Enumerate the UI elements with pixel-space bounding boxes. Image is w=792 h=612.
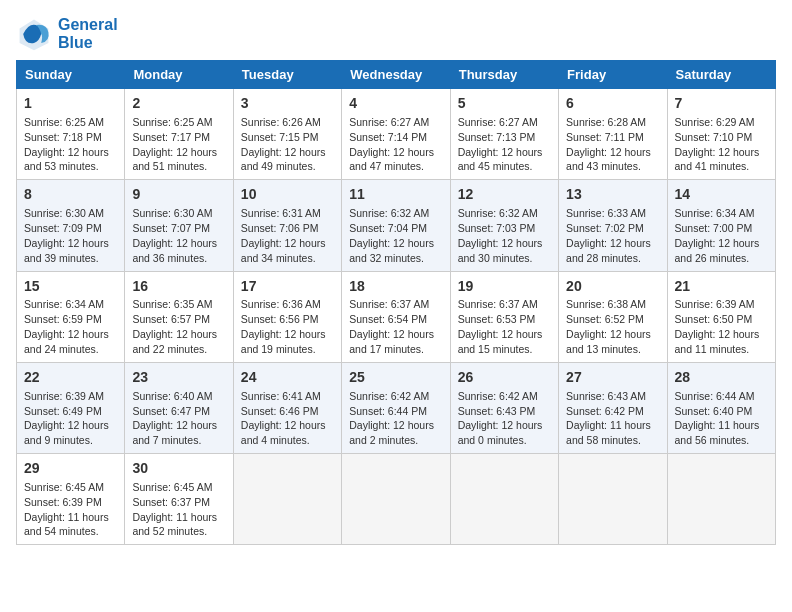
table-row: 5 Sunrise: 6:27 AMSunset: 7:13 PMDayligh…: [450, 89, 558, 180]
day-number: 7: [675, 94, 768, 113]
table-row: 23 Sunrise: 6:40 AMSunset: 6:47 PMDaylig…: [125, 362, 233, 453]
day-info-text: Sunrise: 6:44 AMSunset: 6:40 PMDaylight:…: [675, 390, 760, 447]
table-row: 29 Sunrise: 6:45 AMSunset: 6:39 PMDaylig…: [17, 454, 125, 545]
day-info-text: Sunrise: 6:43 AMSunset: 6:42 PMDaylight:…: [566, 390, 651, 447]
day-number: 5: [458, 94, 551, 113]
day-info-text: Sunrise: 6:27 AMSunset: 7:13 PMDaylight:…: [458, 116, 543, 173]
table-row: 17 Sunrise: 6:36 AMSunset: 6:56 PMDaylig…: [233, 271, 341, 362]
day-number: 8: [24, 185, 117, 204]
table-row: 3 Sunrise: 6:26 AMSunset: 7:15 PMDayligh…: [233, 89, 341, 180]
calendar-week-row: 22 Sunrise: 6:39 AMSunset: 6:49 PMDaylig…: [17, 362, 776, 453]
day-info-text: Sunrise: 6:36 AMSunset: 6:56 PMDaylight:…: [241, 298, 326, 355]
header-wednesday: Wednesday: [342, 61, 450, 89]
table-row: 30 Sunrise: 6:45 AMSunset: 6:37 PMDaylig…: [125, 454, 233, 545]
table-row: [667, 454, 775, 545]
day-info-text: Sunrise: 6:38 AMSunset: 6:52 PMDaylight:…: [566, 298, 651, 355]
day-number: 23: [132, 368, 225, 387]
table-row: [559, 454, 667, 545]
day-info-text: Sunrise: 6:31 AMSunset: 7:06 PMDaylight:…: [241, 207, 326, 264]
day-number: 9: [132, 185, 225, 204]
day-info-text: Sunrise: 6:37 AMSunset: 6:53 PMDaylight:…: [458, 298, 543, 355]
table-row: 19 Sunrise: 6:37 AMSunset: 6:53 PMDaylig…: [450, 271, 558, 362]
day-number: 25: [349, 368, 442, 387]
table-row: 14 Sunrise: 6:34 AMSunset: 7:00 PMDaylig…: [667, 180, 775, 271]
table-row: 18 Sunrise: 6:37 AMSunset: 6:54 PMDaylig…: [342, 271, 450, 362]
table-row: 20 Sunrise: 6:38 AMSunset: 6:52 PMDaylig…: [559, 271, 667, 362]
page-header: General Blue: [16, 16, 776, 52]
day-number: 21: [675, 277, 768, 296]
day-number: 17: [241, 277, 334, 296]
day-number: 13: [566, 185, 659, 204]
day-info-text: Sunrise: 6:29 AMSunset: 7:10 PMDaylight:…: [675, 116, 760, 173]
logo-text: General Blue: [58, 16, 118, 52]
header-monday: Monday: [125, 61, 233, 89]
day-info-text: Sunrise: 6:27 AMSunset: 7:14 PMDaylight:…: [349, 116, 434, 173]
day-info-text: Sunrise: 6:34 AMSunset: 6:59 PMDaylight:…: [24, 298, 109, 355]
day-info-text: Sunrise: 6:39 AMSunset: 6:50 PMDaylight:…: [675, 298, 760, 355]
day-number: 14: [675, 185, 768, 204]
calendar-week-row: 15 Sunrise: 6:34 AMSunset: 6:59 PMDaylig…: [17, 271, 776, 362]
day-number: 28: [675, 368, 768, 387]
day-info-text: Sunrise: 6:42 AMSunset: 6:43 PMDaylight:…: [458, 390, 543, 447]
table-row: 21 Sunrise: 6:39 AMSunset: 6:50 PMDaylig…: [667, 271, 775, 362]
table-row: 8 Sunrise: 6:30 AMSunset: 7:09 PMDayligh…: [17, 180, 125, 271]
day-number: 19: [458, 277, 551, 296]
day-info-text: Sunrise: 6:32 AMSunset: 7:03 PMDaylight:…: [458, 207, 543, 264]
day-number: 1: [24, 94, 117, 113]
day-info-text: Sunrise: 6:39 AMSunset: 6:49 PMDaylight:…: [24, 390, 109, 447]
day-number: 24: [241, 368, 334, 387]
table-row: [450, 454, 558, 545]
day-info-text: Sunrise: 6:28 AMSunset: 7:11 PMDaylight:…: [566, 116, 651, 173]
table-row: 2 Sunrise: 6:25 AMSunset: 7:17 PMDayligh…: [125, 89, 233, 180]
table-row: 13 Sunrise: 6:33 AMSunset: 7:02 PMDaylig…: [559, 180, 667, 271]
day-number: 27: [566, 368, 659, 387]
day-info-text: Sunrise: 6:26 AMSunset: 7:15 PMDaylight:…: [241, 116, 326, 173]
day-info-text: Sunrise: 6:37 AMSunset: 6:54 PMDaylight:…: [349, 298, 434, 355]
day-number: 12: [458, 185, 551, 204]
calendar-week-row: 1 Sunrise: 6:25 AMSunset: 7:18 PMDayligh…: [17, 89, 776, 180]
calendar-table: Sunday Monday Tuesday Wednesday Thursday…: [16, 60, 776, 545]
day-number: 2: [132, 94, 225, 113]
day-info-text: Sunrise: 6:42 AMSunset: 6:44 PMDaylight:…: [349, 390, 434, 447]
calendar-week-row: 29 Sunrise: 6:45 AMSunset: 6:39 PMDaylig…: [17, 454, 776, 545]
day-number: 22: [24, 368, 117, 387]
table-row: 10 Sunrise: 6:31 AMSunset: 7:06 PMDaylig…: [233, 180, 341, 271]
day-number: 30: [132, 459, 225, 478]
table-row: 27 Sunrise: 6:43 AMSunset: 6:42 PMDaylig…: [559, 362, 667, 453]
table-row: [342, 454, 450, 545]
day-info-text: Sunrise: 6:25 AMSunset: 7:17 PMDaylight:…: [132, 116, 217, 173]
day-number: 11: [349, 185, 442, 204]
table-row: 22 Sunrise: 6:39 AMSunset: 6:49 PMDaylig…: [17, 362, 125, 453]
table-row: 24 Sunrise: 6:41 AMSunset: 6:46 PMDaylig…: [233, 362, 341, 453]
table-row: 12 Sunrise: 6:32 AMSunset: 7:03 PMDaylig…: [450, 180, 558, 271]
day-number: 6: [566, 94, 659, 113]
table-row: 1 Sunrise: 6:25 AMSunset: 7:18 PMDayligh…: [17, 89, 125, 180]
day-info-text: Sunrise: 6:25 AMSunset: 7:18 PMDaylight:…: [24, 116, 109, 173]
day-number: 20: [566, 277, 659, 296]
logo: General Blue: [16, 16, 118, 52]
day-info-text: Sunrise: 6:32 AMSunset: 7:04 PMDaylight:…: [349, 207, 434, 264]
day-info-text: Sunrise: 6:45 AMSunset: 6:39 PMDaylight:…: [24, 481, 109, 538]
table-row: 26 Sunrise: 6:42 AMSunset: 6:43 PMDaylig…: [450, 362, 558, 453]
day-info-text: Sunrise: 6:34 AMSunset: 7:00 PMDaylight:…: [675, 207, 760, 264]
header-sunday: Sunday: [17, 61, 125, 89]
logo-icon: [16, 16, 52, 52]
day-number: 10: [241, 185, 334, 204]
calendar-header-row: Sunday Monday Tuesday Wednesday Thursday…: [17, 61, 776, 89]
table-row: 4 Sunrise: 6:27 AMSunset: 7:14 PMDayligh…: [342, 89, 450, 180]
table-row: 28 Sunrise: 6:44 AMSunset: 6:40 PMDaylig…: [667, 362, 775, 453]
header-thursday: Thursday: [450, 61, 558, 89]
day-info-text: Sunrise: 6:41 AMSunset: 6:46 PMDaylight:…: [241, 390, 326, 447]
day-number: 29: [24, 459, 117, 478]
day-info-text: Sunrise: 6:35 AMSunset: 6:57 PMDaylight:…: [132, 298, 217, 355]
day-number: 16: [132, 277, 225, 296]
header-friday: Friday: [559, 61, 667, 89]
calendar-week-row: 8 Sunrise: 6:30 AMSunset: 7:09 PMDayligh…: [17, 180, 776, 271]
table-row: 7 Sunrise: 6:29 AMSunset: 7:10 PMDayligh…: [667, 89, 775, 180]
day-number: 4: [349, 94, 442, 113]
table-row: 25 Sunrise: 6:42 AMSunset: 6:44 PMDaylig…: [342, 362, 450, 453]
table-row: 11 Sunrise: 6:32 AMSunset: 7:04 PMDaylig…: [342, 180, 450, 271]
table-row: 9 Sunrise: 6:30 AMSunset: 7:07 PMDayligh…: [125, 180, 233, 271]
table-row: 6 Sunrise: 6:28 AMSunset: 7:11 PMDayligh…: [559, 89, 667, 180]
table-row: [233, 454, 341, 545]
